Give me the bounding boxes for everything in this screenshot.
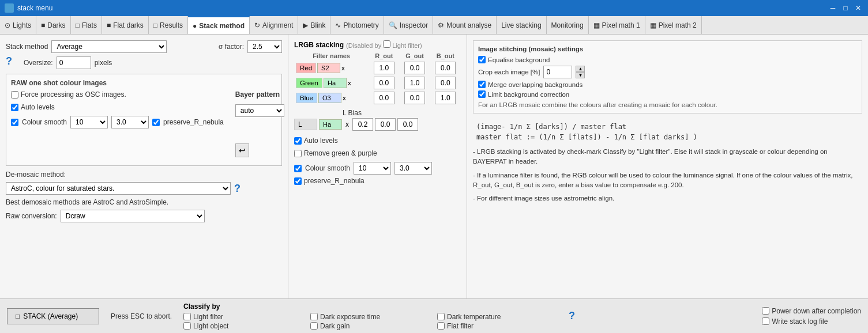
tab-inspector[interactable]: 🔍 Inspector: [384, 16, 433, 35]
classify-flat-filter-checkbox[interactable]: [437, 322, 445, 330]
classify-dark-gain-checkbox[interactable]: [310, 322, 318, 330]
sigma-select[interactable]: 1.5 2.0 2.5 3.0 4.0: [247, 40, 282, 53]
pixel-math-2-icon: ▦: [650, 21, 656, 29]
lrgb-table: Filter names R_out G_out B_out Red S2 x: [294, 51, 461, 105]
maximize-button[interactable]: □: [840, 3, 851, 13]
classify-help-icon[interactable]: ?: [569, 310, 575, 322]
colour-smooth-select1[interactable]: 10 5 15 20: [70, 116, 108, 128]
title-bar-buttons[interactable]: ─ □ ✕: [828, 3, 863, 13]
equalise-background-checkbox[interactable]: [478, 56, 486, 63]
app-icon: [5, 3, 14, 13]
lrgb-auto-levels-checkbox[interactable]: [294, 137, 302, 145]
demosaic-help-icon[interactable]: ?: [234, 183, 241, 195]
force-osc-row: Force processing as OSC images.: [11, 90, 224, 99]
green-assign-cell: Ha: [324, 78, 347, 88]
tab-mount-analyse[interactable]: ⚙ Mount analyse: [433, 16, 497, 35]
lrgb-header-row: LRGB stacking (Disabled by Light filter): [294, 40, 461, 49]
colour-smooth-checkbox[interactable]: [11, 119, 18, 126]
undo-button[interactable]: ↩: [235, 143, 249, 157]
blue-g-out[interactable]: [404, 92, 425, 104]
tab-monitoring[interactable]: Monitoring: [547, 16, 589, 35]
classify-dark-temperature-checkbox[interactable]: [437, 313, 445, 320]
classify-dark-exposure-checkbox[interactable]: [310, 313, 318, 320]
tab-alignment[interactable]: ↻ Alignment: [250, 16, 298, 35]
write-log-checkbox[interactable]: [762, 317, 769, 325]
minimize-button[interactable]: ─: [828, 3, 838, 13]
stack-method-help-icon[interactable]: ?: [6, 55, 12, 67]
red-b-out[interactable]: [435, 62, 456, 74]
crop-up-button[interactable]: ▲: [576, 66, 585, 72]
lrgb-colour-smooth-select1[interactable]: 10 5 15: [354, 162, 391, 175]
close-button[interactable]: ✕: [853, 3, 863, 13]
lrgb-colour-smooth-select2[interactable]: 3.0 1.0 2.0: [394, 162, 432, 175]
lbias-b-val[interactable]: [397, 118, 418, 131]
tab-mount-analyse-label: Mount analyse: [446, 21, 491, 29]
crop-input[interactable]: [543, 66, 572, 78]
merge-overlapping-checkbox[interactable]: [478, 81, 486, 88]
crop-spinner[interactable]: ▲ ▼: [576, 66, 585, 78]
preserve-r-nebula-checkbox[interactable]: [152, 119, 160, 126]
title-bar-left: stack menu: [5, 3, 52, 13]
lrgb-preserve-r-checkbox[interactable]: [294, 177, 302, 185]
stack-method-select[interactable]: Average Kappa-sigma Winsorized sigma Med…: [51, 40, 167, 53]
green-b-out[interactable]: [435, 77, 456, 89]
lbias-r-val[interactable]: [352, 118, 373, 131]
raw-conv-select[interactable]: Dcraw LibRaw None: [61, 210, 205, 222]
blue-b-out[interactable]: [435, 92, 456, 104]
green-r-out[interactable]: [374, 77, 394, 89]
limit-background-checkbox[interactable]: [478, 90, 486, 98]
blue-r-out[interactable]: [374, 92, 394, 104]
tab-darks-label: Darks: [47, 21, 65, 29]
light-filter-inline-checkbox[interactable]: [383, 40, 390, 48]
tab-flat-darks[interactable]: ■ Flat darks: [102, 16, 149, 35]
remove-green-purple-label: Remove green & purple: [304, 149, 377, 157]
oversize-unit: pixels: [95, 59, 112, 67]
photometry-icon: ∿: [335, 21, 341, 29]
crop-row: Crop each image [%] ▲ ▼: [478, 66, 857, 78]
oversize-label: Oversize:: [24, 59, 53, 67]
crop-down-button[interactable]: ▼: [576, 72, 585, 78]
tab-darks[interactable]: ■ Darks: [36, 16, 71, 35]
tab-stack-method[interactable]: ● Stack method: [188, 16, 250, 35]
remove-green-purple-checkbox[interactable]: [294, 150, 302, 157]
tab-results[interactable]: □ Results: [149, 16, 188, 35]
title-bar: stack menu ─ □ ✕: [0, 0, 868, 16]
lrgb-disabled-label: (Disabled by Light filter): [346, 40, 422, 49]
tab-lights[interactable]: ⊙ Lights: [0, 16, 36, 35]
power-down-checkbox[interactable]: [762, 307, 769, 315]
lbias-row: L Ha x: [294, 118, 461, 131]
colour-smooth-row: Colour smooth 10 5 15 20 3.0 1.0 2.0 4.0: [11, 116, 224, 128]
bayer-select[interactable]: auto RGGB BGGR GRBG GBRG: [235, 104, 284, 117]
force-osc-checkbox[interactable]: [11, 91, 18, 99]
demosaic-select[interactable]: AstroC, colour for saturated stars. Astr…: [6, 182, 231, 195]
tab-blink[interactable]: ▶ Blink: [298, 16, 330, 35]
tab-flats[interactable]: □ Flats: [71, 16, 102, 35]
lbias-g-val[interactable]: [375, 118, 396, 131]
raw-conv-label: Raw conversion:: [6, 212, 57, 220]
stack-button[interactable]: □ STACK (Average): [7, 308, 99, 324]
classify-light-object-checkbox[interactable]: [183, 322, 191, 330]
blue-assign-cell: O3: [318, 93, 341, 103]
green-g-out[interactable]: [404, 77, 425, 89]
tab-live-stacking[interactable]: Live stacking: [497, 16, 546, 35]
mosaic-info: For an LRGB mosaic combine the colours a…: [478, 101, 857, 108]
red-r-out[interactable]: [374, 62, 394, 74]
colour-smooth-select2[interactable]: 3.0 1.0 2.0 4.0: [111, 116, 149, 128]
classify-light-filter-checkbox[interactable]: [183, 313, 191, 320]
flat-darks-icon: ■: [107, 21, 111, 29]
formula-line1: (image- 1/n Σ [darks]) / master flat: [476, 123, 859, 131]
stack-btn-icon: □: [16, 312, 20, 320]
tab-photometry[interactable]: ∿ Photometry: [330, 16, 384, 35]
tab-pixel-math-1[interactable]: ▦ Pixel math 1: [589, 16, 645, 35]
demosaic-best-text: Best demosaic methods are AstroC and Ast…: [6, 198, 168, 206]
oversize-input[interactable]: [57, 56, 91, 69]
auto-levels-checkbox[interactable]: [11, 104, 18, 111]
auto-levels-row: Auto levels: [11, 103, 224, 111]
classify-dark-exposure: Dark exposure time: [310, 313, 426, 321]
red-g-out[interactable]: [404, 62, 425, 74]
classify-dark-gain: Dark gain: [310, 322, 426, 330]
inspector-icon: 🔍: [389, 21, 397, 29]
tab-pixel-math-2[interactable]: ▦ Pixel math 2: [645, 16, 702, 35]
lrgb-colour-smooth-checkbox[interactable]: [294, 165, 302, 172]
red-filter-name: Red: [296, 63, 316, 73]
